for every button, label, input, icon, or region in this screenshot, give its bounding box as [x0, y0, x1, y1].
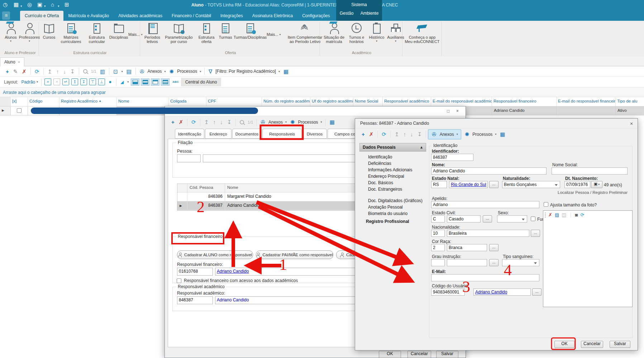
- abc-spellcheck-icon[interactable]: ABC: [172, 80, 178, 83]
- export-caret-icon[interactable]: ▾: [121, 70, 123, 73]
- window-icon[interactable]: ▣: [37, 1, 42, 8]
- view-split-bottom-toggle[interactable]: [131, 78, 139, 86]
- responsavel-financeiro-codigo-field[interactable]: 01610768: [177, 268, 213, 276]
- maximize-icon[interactable]: □: [447, 109, 449, 114]
- identificador-field[interactable]: 846387: [431, 154, 473, 161]
- ribbon-historico-button[interactable]: Histórico ▾: [367, 22, 386, 43]
- grid-header-email-resp-academico[interactable]: E-mail do responsável acadêmico: [431, 97, 492, 106]
- grid-header-codigo[interactable]: Código: [28, 97, 59, 106]
- tab-diversos[interactable]: Diversos: [302, 129, 327, 139]
- ok-button[interactable]: OK: [379, 351, 401, 358]
- grid-header-tipo-aluno[interactable]: Tipo de alu: [616, 97, 644, 106]
- cancel-button[interactable]: Cancelar: [581, 341, 603, 348]
- home-icon[interactable]: ⌂: [51, 1, 54, 8]
- refresh-icon[interactable]: ⟳: [382, 132, 386, 137]
- window-caret-icon[interactable]: ▾: [44, 4, 46, 8]
- menu-tab-atividades-academicas[interactable]: Atividades acadêmicas: [114, 11, 167, 21]
- view-split-horizontal-toggle[interactable]: [141, 78, 149, 86]
- processos-button[interactable]: Processos: [177, 69, 197, 74]
- acesso-dados-checkbox-row[interactable]: Responsável financeiro com acesso aos da…: [177, 278, 298, 283]
- cancel-button[interactable]: Cancelar: [407, 351, 431, 358]
- menu-tab-matricula-e-avaliacao[interactable]: Matrícula e Avaliação: [63, 11, 114, 21]
- tab-aluno[interactable]: Aluno ×: [0, 57, 24, 66]
- grid-header-nome[interactable]: Nome: [117, 97, 169, 106]
- ribbon-periodos-letivos-button[interactable]: Períodos letivos: [143, 22, 162, 44]
- tab-identificacao[interactable]: Identificação: [175, 129, 204, 139]
- cor-raca-lookup-button[interactable]: ...: [489, 244, 498, 251]
- processos-button[interactable]: Processos: [472, 132, 492, 137]
- ribbon-matrizes-curriculares-button[interactable]: Matrizes curriculares: [57, 22, 85, 44]
- layout-add-icon[interactable]: +: [44, 78, 51, 85]
- ribbon-mais-button[interactable]: Mais... ▾: [128, 32, 144, 37]
- codigo-usuario-lookup-button[interactable]: ...: [532, 288, 542, 296]
- ribbon-turnos-e-horarios-button[interactable]: Turnos e horários: [346, 22, 367, 44]
- ribbon-estrutura-curricular-button[interactable]: Estrutura curricular: [85, 22, 109, 44]
- layout-return-icon[interactable]: ↵: [62, 78, 69, 85]
- estado-natal-uf-field[interactable]: RS: [431, 181, 447, 188]
- view-split-top-toggle[interactable]: [151, 78, 159, 86]
- estado-natal-nome-field[interactable]: Rio Grande do Sul: [449, 181, 488, 188]
- pessoa-codigo-field[interactable]: [177, 154, 201, 162]
- menu-tab-configuracoes[interactable]: Configurações: [297, 11, 334, 21]
- help-book-icon[interactable]: ▦: [330, 119, 335, 125]
- layout-circle-icon[interactable]: ●: [107, 79, 113, 85]
- grau-instrucao-lookup-button[interactable]: ...: [489, 259, 498, 266]
- filter-caret-icon[interactable]: ▾: [278, 70, 280, 73]
- ribbon-turmas-button[interactable]: Turmas: [217, 22, 234, 39]
- calendar-button[interactable]: ▣▾: [591, 181, 602, 188]
- central-do-aluno-button[interactable]: Central do Aluno: [181, 78, 221, 86]
- last-icon[interactable]: ↧: [227, 119, 232, 125]
- nav-dados-pessoais-header[interactable]: Dados Pessoais ∧: [359, 143, 426, 152]
- tab-endereco[interactable]: Endereço: [205, 129, 232, 139]
- export-icon[interactable]: ⊡: [113, 69, 118, 74]
- ribbon-mais-oferta-button[interactable]: Mais... ▾: [267, 32, 283, 37]
- view-split-rows-toggle[interactable]: [161, 78, 170, 86]
- nacionalidade-lookup-button[interactable]: ...: [531, 230, 540, 237]
- nacionalidade-codigo-field[interactable]: 10: [431, 230, 445, 237]
- filter-icon[interactable]: ∇: [209, 69, 212, 74]
- home-caret-icon[interactable]: ▾: [58, 4, 59, 8]
- layout-pin-icon[interactable]: ⊤: [89, 78, 96, 85]
- filter-selector[interactable]: [Filtro: Por Registro Acadêmico]: [215, 69, 276, 74]
- ribbon-disciplinas-button[interactable]: Disciplinas: [109, 22, 128, 39]
- photo-save-icon[interactable]: ◫: [562, 212, 566, 218]
- nav-item-doc-estrangeiros[interactable]: Doc. Estrangeiros: [368, 187, 402, 192]
- report-icon[interactable]: ▤: [127, 69, 132, 74]
- next-icon[interactable]: ↓: [220, 119, 223, 125]
- menu-burger-icon[interactable]: ≡: [2, 11, 10, 20]
- ribbon-situacao-de-matricula-button[interactable]: Situação de matrícula: [322, 22, 346, 44]
- chart-icon[interactable]: ◢: [120, 80, 124, 84]
- refresh-icon[interactable]: ⟳: [35, 69, 39, 74]
- close-tab-icon[interactable]: ×: [18, 60, 20, 64]
- columns-icon[interactable]: ▥: [100, 69, 105, 74]
- ribbon-educonnect-button[interactable]: Conheça o app Meu eduCONNECT: [404, 22, 440, 44]
- photo-refresh-icon[interactable]: ⟳: [580, 212, 584, 218]
- layout-remove-icon[interactable]: ×: [53, 78, 60, 85]
- apelido-field[interactable]: Adriano: [431, 201, 539, 208]
- edit-record-icon[interactable]: ✎: [13, 69, 18, 74]
- grid-header-checkbox[interactable]: [x]: [11, 97, 28, 106]
- layout-export-icon[interactable]: ↧: [80, 78, 87, 85]
- estado-civil-lookup-button[interactable]: ...: [483, 215, 492, 223]
- menu-tab-integracoes[interactable]: Integrações: [216, 11, 248, 21]
- grid-icon[interactable]: ⊞: [65, 1, 69, 8]
- last-icon[interactable]: ↧: [418, 132, 422, 137]
- ribbon-professores-button[interactable]: Professores ▾: [19, 22, 39, 43]
- last-record-icon[interactable]: ↧: [70, 69, 75, 74]
- delete-icon[interactable]: ✗: [179, 119, 183, 125]
- nav-item-informacoes-adicionais[interactable]: Informações Adicionais: [368, 167, 412, 172]
- processos-caret-icon[interactable]: ▾: [495, 133, 496, 136]
- table-header-cod-pessoa[interactable]: Cód. Pessoa: [187, 184, 225, 192]
- layout-preset-caret-icon[interactable]: ▾: [37, 80, 38, 83]
- search-icon[interactable]: [83, 69, 87, 73]
- menu-tab-gestao[interactable]: Gestão: [340, 11, 354, 16]
- grid-header-resp-financeiro[interactable]: Responsável financeiro: [492, 97, 557, 106]
- help-book-icon[interactable]: ▦: [283, 69, 288, 74]
- delete-icon[interactable]: ✗: [369, 132, 374, 137]
- cor-raca-field[interactable]: Branca: [447, 244, 487, 251]
- ajusta-foto-checkbox[interactable]: [544, 202, 548, 207]
- responsavel-academico-link[interactable]: Adriano Candido: [217, 297, 249, 302]
- cadastrar-aluno-button[interactable]: Cadastrar ALUNO como responsável: [177, 250, 253, 259]
- nav-item-identificacao[interactable]: Identificação: [368, 154, 392, 159]
- naturalidade-select[interactable]: Bento Gonçalves: [502, 181, 560, 188]
